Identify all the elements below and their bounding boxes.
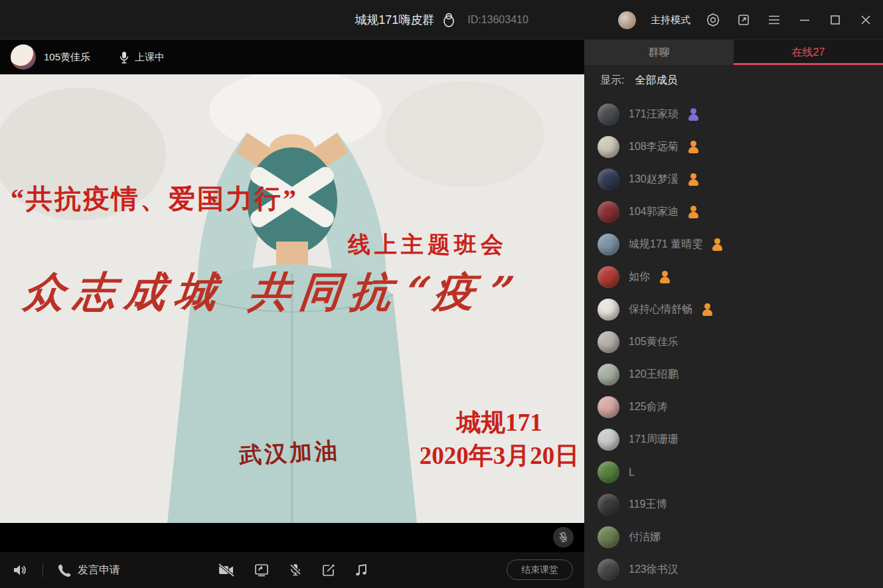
member-name: 123徐书汉: [629, 563, 679, 577]
sidebar-tabs: 群聊 在线27: [584, 40, 883, 65]
member-name: 如你: [629, 270, 650, 284]
menu-icon[interactable]: [766, 12, 782, 28]
member-row[interactable]: L: [598, 456, 883, 488]
mic-muted-badge[interactable]: [553, 527, 574, 548]
member-row[interactable]: 105黄佳乐: [598, 326, 883, 358]
poster-signature: 城规171 2020年3月20日: [406, 406, 584, 473]
toolbar-center-icons: [218, 563, 368, 577]
host-mode-label[interactable]: 主持模式: [651, 14, 690, 27]
maximize-icon[interactable]: [827, 12, 843, 28]
member-row[interactable]: 保持心情舒畅: [598, 293, 883, 326]
raised-hand-status-icon: [688, 141, 698, 153]
member-avatar: [598, 331, 619, 353]
sidebar: 群聊 在线27 显示: 全部成员 171汪家琰 108李远菊: [584, 40, 883, 588]
member-avatar: [598, 526, 619, 548]
shared-screen: “共抗疫情、爱国力行” 线上主题班会 众志成城 共同抗“疫” 武汉加油 城规17…: [0, 74, 584, 523]
member-avatar: [598, 364, 619, 386]
member-avatar: [598, 494, 619, 516]
presenter-name: 105黄佳乐: [44, 51, 90, 64]
raised-hand-status-icon: [659, 271, 670, 283]
member-name: 105黄佳乐: [629, 335, 679, 349]
member-avatar: [598, 266, 619, 288]
member-avatar: [598, 201, 619, 223]
music-icon[interactable]: [355, 563, 368, 577]
room-id: ID:13603410: [467, 14, 528, 26]
member-row[interactable]: 130赵梦湲: [598, 163, 883, 196]
edit-icon[interactable]: [321, 563, 336, 577]
tab-group-chat[interactable]: 群聊: [584, 40, 734, 65]
titlebar-controls: 主持模式: [618, 0, 874, 40]
poster-calligraphy: 众志成城 共同抗“疫”: [21, 264, 521, 320]
member-row[interactable]: 119王博: [598, 488, 883, 521]
screen-share-icon[interactable]: [254, 563, 270, 577]
penguin-icon: [441, 12, 457, 28]
member-filter-row: 显示: 全部成员: [584, 65, 883, 96]
poster-date: 2020年3月20日: [406, 439, 584, 473]
tab-online-members[interactable]: 在线27: [734, 40, 883, 65]
member-name: L: [629, 467, 635, 478]
member-avatar: [598, 234, 619, 256]
mic-off-icon[interactable]: [288, 563, 303, 577]
member-list: 171汪家琰 108李远菊 130赵梦湲 104郭家迪: [584, 96, 883, 586]
member-avatar: [598, 136, 619, 158]
end-class-button[interactable]: 结束课堂: [507, 559, 573, 580]
member-avatar: [598, 429, 619, 451]
raised-hand-status-icon: [688, 173, 698, 186]
presenter-bar: 105黄佳乐 上课中: [0, 40, 584, 74]
member-name: 保持心情舒畅: [629, 303, 692, 317]
raised-hand-status-icon: [688, 108, 698, 121]
member-row[interactable]: 城规171 董晴雯: [598, 228, 883, 261]
member-row[interactable]: 171汪家琰: [598, 98, 883, 131]
popout-icon[interactable]: [736, 12, 752, 28]
member-name: 119王博: [629, 498, 667, 512]
filter-value-dropdown[interactable]: 全部成员: [635, 74, 677, 88]
member-row[interactable]: 付洁娜: [598, 521, 883, 553]
member-name: 171汪家琰: [629, 108, 679, 121]
member-avatar: [598, 299, 619, 321]
member-row[interactable]: 如你: [598, 261, 883, 293]
class-status-label: 上课中: [135, 51, 165, 64]
poster-subtitle: 线上主题班会: [348, 230, 507, 260]
main-area: 105黄佳乐 上课中: [0, 40, 584, 588]
video-bottom-strip: [0, 523, 584, 552]
member-row[interactable]: 120王绍鹏: [598, 358, 883, 391]
member-avatar: [598, 104, 619, 125]
speech-request-button[interactable]: 发言申请: [56, 563, 120, 577]
settings-icon[interactable]: [705, 12, 721, 28]
camera-off-icon[interactable]: [218, 563, 235, 577]
raised-hand-status-icon: [702, 303, 712, 316]
member-name: 108李远菊: [629, 140, 679, 154]
member-avatar: [598, 169, 619, 190]
member-avatar: [598, 461, 619, 483]
user-avatar[interactable]: [618, 11, 636, 29]
member-row[interactable]: 108李远菊: [598, 131, 883, 163]
member-name: 城规171 董晴雯: [629, 238, 702, 252]
raised-hand-status-icon: [688, 206, 698, 218]
toolbar-divider: [42, 563, 43, 577]
member-name: 130赵梦湲: [629, 173, 679, 186]
close-icon[interactable]: [858, 12, 874, 28]
member-avatar: [598, 559, 619, 581]
titlebar: 城规171嗨皮群 ID:13603410 主持模式: [0, 0, 883, 40]
bottom-toolbar: 发言申请: [0, 552, 584, 588]
member-name: 付洁娜: [629, 530, 661, 544]
member-name: 125俞涛: [629, 400, 668, 414]
speech-request-label: 发言申请: [78, 563, 120, 577]
app-window: 城规171嗨皮群 ID:13603410 主持模式: [0, 0, 883, 588]
member-row[interactable]: 123徐书汉: [598, 553, 883, 586]
mic-icon: [120, 51, 129, 64]
member-row[interactable]: 171周珊珊: [598, 423, 883, 456]
volume-icon[interactable]: [12, 563, 28, 577]
poster-class-name: 城规171: [406, 406, 584, 439]
member-row[interactable]: 125俞涛: [598, 391, 883, 423]
member-name: 171周珊珊: [629, 433, 679, 447]
presenter-avatar[interactable]: [11, 44, 36, 70]
filter-label: 显示:: [600, 74, 624, 88]
member-name: 104郭家迪: [629, 205, 679, 219]
poster-slogan: “共抗疫情、爱国力行”: [11, 181, 298, 217]
member-avatar: [598, 396, 619, 418]
raised-hand-status-icon: [712, 238, 722, 251]
minimize-icon[interactable]: [797, 12, 813, 28]
member-name: 120王绍鹏: [629, 368, 679, 382]
member-row[interactable]: 104郭家迪: [598, 196, 883, 228]
